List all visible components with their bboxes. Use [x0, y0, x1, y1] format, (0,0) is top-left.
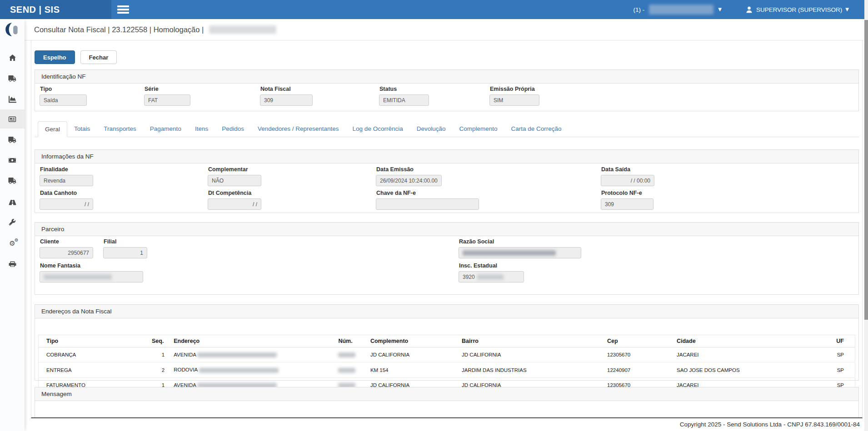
- fechar-button[interactable]: Fechar: [80, 50, 117, 64]
- chave-nfe-input[interactable]: [376, 198, 479, 210]
- tab-log-de-ocorrencia[interactable]: Log de Ocorrência: [346, 121, 410, 137]
- espelho-button[interactable]: Espelho: [35, 50, 75, 64]
- truck-icon: [8, 178, 16, 184]
- tab-devolucao[interactable]: Devolução: [410, 121, 453, 137]
- filial-label: Filial: [104, 238, 147, 245]
- page-titlebar: Consultar Nota Fiscal | 23.122558 | Homo…: [25, 19, 864, 40]
- nome-fantasia-input[interactable]: [40, 271, 143, 282]
- tab-complemento[interactable]: Complemento: [452, 121, 504, 137]
- serie-input[interactable]: [144, 94, 190, 106]
- sidebar-item-home[interactable]: [0, 48, 25, 67]
- col-num: Núm.: [334, 335, 366, 347]
- hamburger-menu-icon[interactable]: [117, 4, 133, 15]
- informacoes-nf-panel: Informações da NF Finalidade Complementa…: [35, 149, 859, 213]
- data-canhoto-label: Data Canhoto: [40, 190, 93, 196]
- toolbar: Espelho Fechar: [35, 50, 117, 64]
- gears-icon: ⚙⚙: [9, 240, 15, 247]
- protocolo-nfe-label: Protocolo NF-e: [601, 190, 653, 196]
- data-emissao-input[interactable]: [376, 175, 442, 186]
- app-brand: SEND | SIS: [0, 0, 111, 19]
- data-saida-input[interactable]: [601, 175, 654, 186]
- chevron-down-icon: ▼: [718, 7, 722, 12]
- mensagem-panel: Mensagem: [35, 387, 859, 417]
- enderecos-table: Tipo Seq. Endereço Núm. Complemento Bair…: [38, 335, 855, 393]
- dt-competencia-input[interactable]: [208, 198, 261, 210]
- sidebar-item-relatorios[interactable]: [0, 89, 25, 109]
- sidebar-item-configuracoes[interactable]: ⚙⚙: [0, 234, 25, 253]
- company-prefix: (1) -: [634, 6, 645, 13]
- tab-geral[interactable]: Geral: [38, 121, 67, 137]
- chave-nfe-label: Chave da NF-e: [376, 190, 479, 196]
- user-menu[interactable]: SUPERVISOR (SUPERVISOR) ▼: [745, 6, 849, 14]
- panel-title: Informações da NF: [35, 150, 858, 163]
- page-scrollbar[interactable]: [864, 0, 868, 431]
- panel-title: Mensagem: [35, 387, 858, 401]
- user-icon: [745, 6, 753, 14]
- cliente-label: Cliente: [40, 238, 93, 245]
- filial-input[interactable]: [103, 247, 147, 258]
- finalidade-label: Finalidade: [40, 166, 93, 173]
- nome-fantasia-label: Nome Fantasia: [40, 263, 143, 269]
- endereco-redacted: [197, 352, 277, 357]
- sidebar-item-coletas[interactable]: [0, 130, 25, 149]
- sidebar-item-impressao[interactable]: [0, 255, 25, 274]
- scrollbar-thumb[interactable]: [864, 20, 868, 320]
- insc-estadual-redacted: [477, 274, 504, 280]
- col-endereco: Endereço: [170, 335, 334, 347]
- nota-fiscal-label: Nota Fiscal: [260, 86, 313, 92]
- numero-redacted: [338, 352, 355, 357]
- cliente-input[interactable]: [40, 247, 93, 258]
- sidebar-item-financeiro[interactable]: [0, 151, 25, 170]
- insc-estadual-input[interactable]: 3920: [459, 271, 524, 282]
- sidebar-item-notas-fiscais[interactable]: [0, 109, 25, 129]
- title-company-redacted: [209, 25, 276, 34]
- tab-pagamento[interactable]: Pagamento: [143, 121, 188, 137]
- chart-area-icon: [9, 95, 16, 103]
- finalidade-input[interactable]: [40, 175, 93, 186]
- col-bairro: Bairro: [458, 335, 604, 347]
- left-sidebar: ⚙⚙: [0, 19, 25, 431]
- tipo-label: Tipo: [40, 86, 87, 92]
- nota-fiscal-input[interactable]: [260, 94, 313, 106]
- identificacao-nf-panel: Identificação NF Tipo Série Nota Fiscal …: [35, 69, 859, 111]
- razao-social-input[interactable]: [459, 247, 581, 258]
- protocolo-nfe-input[interactable]: [601, 198, 653, 210]
- data-emissao-label: Data Emissão: [376, 166, 442, 173]
- tab-pedidos[interactable]: Pedidos: [215, 121, 251, 137]
- col-complemento: Complemento: [367, 335, 458, 347]
- data-canhoto-input[interactable]: [40, 198, 93, 210]
- table-row[interactable]: ENTREGA 2 RODOVIA KM 154 JARDIM DAS INDU…: [39, 362, 855, 377]
- sidebar-item-expedicao[interactable]: [0, 69, 25, 88]
- tab-vendedores-representantes[interactable]: Vendedores / Representantes: [251, 121, 346, 137]
- sidebar-item-frota[interactable]: [0, 171, 25, 190]
- tab-transportes[interactable]: Transportes: [97, 121, 143, 137]
- parceiro-panel: Parceiro Cliente Filial Razão Social Nom…: [35, 222, 859, 295]
- col-tipo: Tipo: [39, 335, 148, 347]
- road-icon: [9, 198, 16, 205]
- tab-totais[interactable]: Totais: [67, 121, 97, 137]
- panel-title: Parceiro: [35, 223, 858, 236]
- company-name-redacted: [649, 5, 713, 15]
- sidebar-item-viagens[interactable]: [0, 192, 25, 211]
- sidebar-item-manutencao[interactable]: [0, 213, 25, 232]
- footer-copyright: Copyright 2025 - Send Solutions Ltda - C…: [680, 421, 860, 428]
- company-dropdown[interactable]: (1) - ▼: [634, 5, 722, 15]
- razao-social-redacted: [463, 250, 556, 256]
- enderecos-panel: Endereços da Nota Fiscal Tipo Seq. Ender…: [35, 304, 859, 381]
- panel-title: Identificação NF: [35, 70, 858, 84]
- send-logo: [4, 22, 20, 38]
- tab-carta-de-correcao[interactable]: Carta de Correção: [504, 121, 569, 137]
- tab-itens[interactable]: Itens: [188, 121, 215, 137]
- tipo-input[interactable]: [40, 94, 87, 106]
- serie-label: Série: [145, 86, 190, 92]
- col-cidade: Cidade: [673, 335, 810, 347]
- complementar-input[interactable]: [208, 175, 261, 186]
- printer-icon: [9, 261, 16, 268]
- emissao-propria-input[interactable]: [489, 94, 539, 106]
- home-icon: [9, 54, 16, 62]
- nf-tabs: Geral Totais Transportes Pagamento Itens…: [35, 121, 859, 137]
- table-row[interactable]: COBRANÇA 1 AVENIDA JD CALIFORNIA JD CALI…: [39, 347, 855, 362]
- emissao-propria-label: Emissão Própria: [490, 86, 539, 92]
- status-input[interactable]: [379, 94, 429, 106]
- truck-icon: [8, 75, 16, 82]
